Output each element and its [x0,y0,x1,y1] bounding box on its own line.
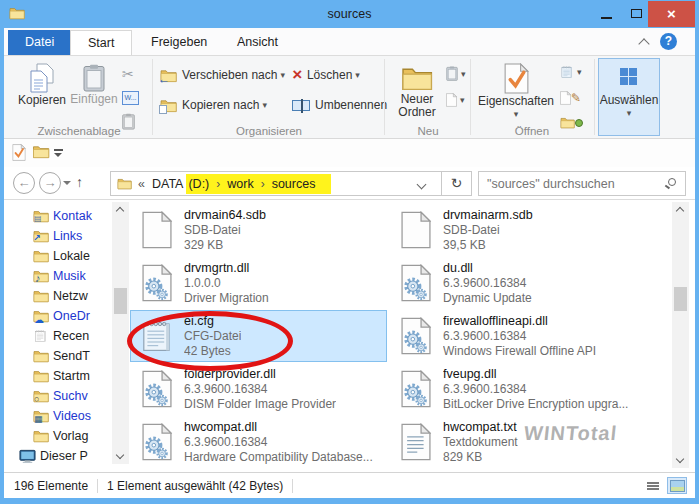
properties-check-icon [12,144,26,161]
sidebar-item-sendto[interactable]: SendT [4,346,112,366]
blue-arrow-icon: ← [158,75,170,84]
details-view-button[interactable] [643,477,663,494]
properties-button[interactable]: Eigenschaften ▾ [476,60,556,124]
document-icon [560,91,571,105]
sidebar-item-musik[interactable]: ♪ Musik [4,266,112,286]
copy-to-button[interactable]: Kopieren nach ▾ [160,94,267,116]
file-tile-hwcompat-dll[interactable]: hwcompat.dll 6.3.9600.16384 Hardware Com… [131,417,386,467]
rename-button[interactable]: Umbenennen [292,94,387,116]
file-tile-drvmgrtn[interactable]: drvmgrtn.dll 1.0.0.0 Driver Migration [131,258,386,308]
scrollbar-thumb[interactable] [674,287,687,311]
qat-new-folder-button[interactable] [32,144,50,159]
tab-datei[interactable]: Datei [8,30,71,55]
text-document-icon [398,423,434,461]
breadcrumb-folder-sources[interactable]: sources [272,177,316,191]
new-folder-button[interactable]: Neuer Ordner [390,60,444,124]
folder-icon [33,249,49,263]
sidebar-item-netzwerk[interactable]: Netzw [4,286,112,306]
tab-start[interactable]: Start [70,30,132,55]
group-organisieren: ← Verschieben nach ▾ Kopieren nach ▾ × L… [156,56,382,138]
up-button[interactable]: ↑ [76,174,83,190]
file-tile-firewallofflineapi[interactable]: firewallofflineapi.dll 6.3.9600.16384 Wi… [390,311,640,361]
sidebar-item-onedrive[interactable]: ☁ OneDr [4,306,112,326]
file-description: Hardware Compatibility Database... [184,450,373,465]
thumbnail-view-button[interactable] [667,477,687,494]
new-item-button[interactable]: ▾ [446,89,470,110]
sidebar-item-videos[interactable]: ▦ Videos [4,406,112,426]
main-content: ▤ Kontak ↗ Links Lokale ♪ Musik Netz [4,200,695,472]
file-version: 6.3.9600.16384 [184,435,373,450]
tab-freigeben[interactable]: Freigeben [134,30,224,55]
sidebar-scrollbar[interactable] [112,202,129,464]
cut-button[interactable]: ✂ [122,63,146,84]
address-bar[interactable]: « DATA (D:) › work › sources [110,171,442,196]
sidebar-item-links[interactable]: ↗ Links [4,226,112,246]
tab-ansicht[interactable]: Ansicht [220,30,295,55]
scroll-down-icon[interactable] [116,451,124,459]
chevron-down-icon: ▾ [461,69,466,79]
file-size: 829 KB [443,450,518,465]
close-button[interactable]: × [648,1,695,27]
file-tile-drvmainarm[interactable]: drvmainarm.sdb SDB-Datei 39,5 KB [390,205,640,255]
sidebar-item-dieser-pc[interactable]: Dieser P [4,446,112,466]
open-button[interactable]: ▾ [560,61,584,82]
easy-access-button[interactable]: ▾ [446,63,470,84]
move-to-button[interactable]: ← Verschieben nach ▾ [160,64,285,86]
forward-button[interactable]: → [39,172,61,194]
titlebar[interactable]: sources × [0,0,699,28]
file-tile-du-dll[interactable]: du.dll 6.3.9600.16384 Dynamic Update [390,258,640,308]
minimize-button[interactable] [592,0,620,27]
breadcrumb-folder-work[interactable]: work [227,177,253,191]
copy-path-button[interactable]: W... [122,87,146,108]
sidebar-item-recent[interactable]: Recen [4,326,112,346]
help-icon[interactable]: ? [660,33,677,50]
search-input[interactable] [485,173,657,194]
dll-gears-icon [398,370,434,408]
file-size: 39,5 KB [443,238,533,253]
scroll-up-icon[interactable] [676,207,684,215]
sidebar-item-lokale[interactable]: Lokale [4,246,112,266]
bar-icon [54,149,63,151]
recent-locations-dropdown-icon[interactable] [63,181,71,185]
sidebar-item-suchvorgaenge[interactable]: ○ Suchv [4,386,112,406]
sidebar-item-startmenu[interactable]: Startm [4,366,112,386]
file-description: Dynamic Update [443,291,532,306]
breadcrumb-drive[interactable]: (D:) [188,177,209,191]
scroll-down-icon[interactable] [676,455,684,463]
delete-button[interactable]: × Löschen ▾ [292,64,360,86]
chevron-down-icon: ▾ [262,100,267,110]
file-tile-fveupg[interactable]: fveupg.dll 6.3.9600.16384 BitLocker Driv… [390,364,640,414]
refresh-button[interactable]: ↻ [442,171,472,196]
maximize-button[interactable] [622,0,650,27]
chevron-down-icon: ▾ [476,109,556,119]
sidebar-item-kontakte[interactable]: ▤ Kontak [4,206,112,226]
copy-button[interactable]: Kopieren [16,60,68,124]
select-button[interactable]: Auswählen ▾ [598,58,660,136]
link-arrow-icon: ↗ [33,234,41,243]
document-overlay-icon [159,105,167,114]
file-type: Textdokument [443,435,518,450]
customize-toolbar-dropdown[interactable] [54,149,66,157]
card-icon: ▤ [34,214,42,223]
easy-access-icon [446,66,458,81]
breadcrumb-root[interactable]: DATA [152,177,183,191]
close-icon: × [667,1,676,27]
collapse-ribbon-icon[interactable] [638,38,649,49]
file-tile-folderprovider[interactable]: folderprovider.dll 6.3.9600.16384 DISM F… [131,364,386,414]
search-icon[interactable] [668,178,676,186]
scroll-up-icon[interactable] [116,207,124,215]
file-list-scrollbar[interactable] [672,202,689,468]
blank-document-icon [139,211,175,249]
file-tile-drvmain64[interactable]: drvmain64.sdb SDB-Datei 329 KB [131,205,386,255]
folder-icon [33,369,49,383]
paste-button[interactable]: Einfügen [68,60,120,124]
sidebar-item-vorlagen[interactable]: Vorlag [4,426,112,446]
chevrons-left-icon[interactable]: « [138,177,145,191]
scrollbar-thumb[interactable] [114,288,127,314]
edit-button[interactable]: ✎ [560,87,584,108]
qat-properties-button[interactable] [12,144,26,161]
search-box[interactable] [478,171,686,196]
file-name: fveupg.dll [443,366,628,382]
back-button[interactable]: ← [13,172,35,194]
new-item-icon [446,93,457,107]
